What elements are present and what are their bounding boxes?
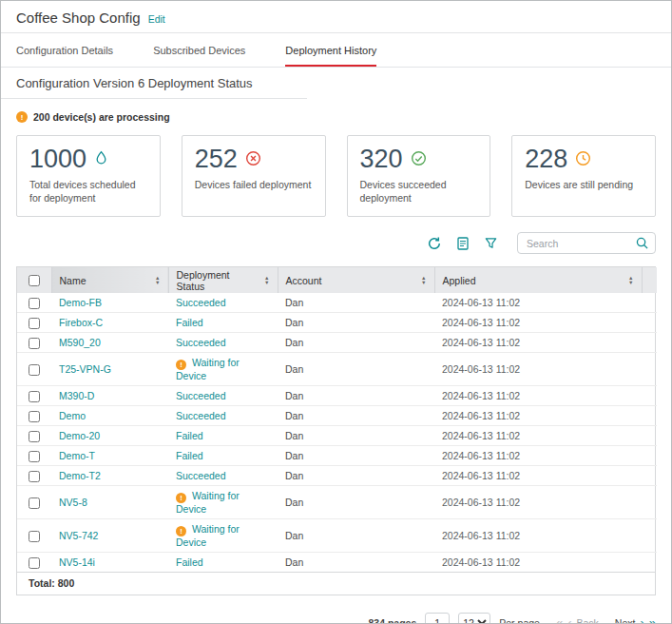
row-account: Dan xyxy=(278,333,434,353)
row-spacer xyxy=(642,553,657,573)
deployment-status-text: Failed xyxy=(176,430,203,441)
deployment-status-text: Succeeded xyxy=(176,337,226,348)
row-applied: 2024-06-13 11:02 xyxy=(434,313,642,333)
device-name-link[interactable]: M390-D xyxy=(59,390,94,401)
table-row: M390-D Succeeded Dan 2024-06-13 11:02 xyxy=(17,386,657,406)
sort-icon-status[interactable] xyxy=(259,276,269,284)
row-applied: 2024-06-13 11:02 xyxy=(434,406,642,426)
search-box xyxy=(517,232,656,254)
row-checkbox[interactable] xyxy=(29,557,40,569)
sort-icon-applied[interactable] xyxy=(623,276,633,284)
status-warning-icon xyxy=(176,493,186,503)
device-name-link[interactable]: NV5-742 xyxy=(59,530,98,541)
section-title-bar: Configuration Version 6 Deployment Statu… xyxy=(1,68,671,99)
table-row: Demo-FB Succeeded Dan 2024-06-13 11:02 xyxy=(17,293,657,313)
column-header-status: Deployment Status xyxy=(177,269,259,292)
device-name-link[interactable]: M590_20 xyxy=(59,337,101,348)
sort-icon-name[interactable] xyxy=(149,276,160,284)
tab-configuration-details[interactable]: Configuration Details xyxy=(16,45,113,67)
row-applied: 2024-06-13 11:02 xyxy=(434,553,642,573)
search-icon[interactable] xyxy=(635,236,649,250)
stat-card-pending: 228 Devices are still pending xyxy=(511,135,656,217)
page-title: Coffee Shop Config xyxy=(16,10,141,26)
first-page-icon[interactable]: « xyxy=(556,616,563,624)
table-header-row: Name Deployment Status Account Applied xyxy=(17,267,657,293)
row-applied: 2024-06-13 11:02 xyxy=(434,293,642,313)
row-account: Dan xyxy=(278,486,434,519)
prev-page-icon[interactable]: ‹ xyxy=(567,616,571,624)
stat-value-pending: 228 xyxy=(525,146,567,174)
row-account: Dan xyxy=(278,553,434,573)
next-page-button[interactable]: Next xyxy=(615,617,636,624)
status-warning-icon xyxy=(176,360,186,370)
table-row: NV5-14i Failed Dan 2024-06-13 11:02 xyxy=(17,553,657,573)
status-warning-icon xyxy=(176,526,186,536)
device-name-link[interactable]: Demo xyxy=(59,410,86,421)
export-csv-icon[interactable] xyxy=(455,236,470,251)
row-checkbox[interactable] xyxy=(29,391,40,402)
row-account: Dan xyxy=(278,519,434,553)
refresh-icon[interactable] xyxy=(427,236,442,251)
deployment-status-text: Waiting for Device xyxy=(176,523,240,548)
deployment-status-text: Succeeded xyxy=(176,297,226,308)
tab-subscribed-devices[interactable]: Subscribed Devices xyxy=(153,45,245,67)
spacer-column xyxy=(642,267,657,293)
page-number-input[interactable] xyxy=(425,613,450,624)
device-name-link[interactable]: Firebox-C xyxy=(59,317,103,328)
next-page-icon[interactable]: › xyxy=(640,616,643,624)
total-count: Total: 800 xyxy=(17,572,655,595)
pending-clock-icon xyxy=(575,150,591,166)
stat-label-pending: Devices are still pending xyxy=(525,178,643,191)
row-checkbox[interactable] xyxy=(29,431,40,442)
deployment-status-text: Failed xyxy=(176,317,203,328)
edit-link[interactable]: Edit xyxy=(148,13,165,25)
row-checkbox[interactable] xyxy=(29,318,40,329)
row-account: Dan xyxy=(278,466,434,486)
last-page-icon[interactable]: » xyxy=(649,616,656,624)
deployment-status-text: Waiting for Device xyxy=(176,490,240,515)
devices-table: Name Deployment Status Account Applied D… xyxy=(16,266,656,595)
row-spacer xyxy=(642,333,657,353)
device-name-link[interactable]: Demo-FB xyxy=(59,297,102,308)
pages-count: 834 pages xyxy=(368,617,416,624)
prev-page-button[interactable]: Back xyxy=(576,617,598,624)
row-checkbox[interactable] xyxy=(29,531,40,542)
row-applied: 2024-06-13 11:02 xyxy=(434,333,642,353)
row-checkbox[interactable] xyxy=(29,338,40,349)
row-applied: 2024-06-13 11:02 xyxy=(434,426,642,446)
filter-icon[interactable] xyxy=(484,236,498,250)
sort-icon-account[interactable] xyxy=(415,276,426,284)
table-row: T25-VPN-G Waiting for Device Dan 2024-06… xyxy=(17,353,657,386)
row-account: Dan xyxy=(278,406,434,426)
row-checkbox[interactable] xyxy=(29,451,40,462)
row-checkbox[interactable] xyxy=(29,298,40,309)
stat-label-succeeded: Devices succeeded deployment xyxy=(360,178,478,205)
table-row: Firebox-C Failed Dan 2024-06-13 11:02 xyxy=(17,313,657,333)
row-checkbox[interactable] xyxy=(29,471,40,482)
row-account: Dan xyxy=(278,446,434,466)
tab-deployment-history[interactable]: Deployment History xyxy=(285,45,376,67)
select-all-checkbox[interactable] xyxy=(29,275,40,286)
deployment-status-text: Failed xyxy=(176,556,203,568)
per-page-select[interactable]: 12 xyxy=(458,613,490,624)
pagination: 834 pages 12 Per page « ‹ Back Next › » xyxy=(16,613,656,624)
row-account: Dan xyxy=(278,426,434,446)
row-checkbox[interactable] xyxy=(29,497,40,509)
device-name-link[interactable]: Demo-T2 xyxy=(59,470,101,481)
row-spacer xyxy=(642,293,657,313)
deployment-status-text: Succeeded xyxy=(176,470,226,481)
row-applied: 2024-06-13 11:02 xyxy=(434,519,642,553)
device-name-link[interactable]: T25-VPN-G xyxy=(59,363,111,375)
device-name-link[interactable]: NV5-8 xyxy=(59,497,87,508)
device-name-link[interactable]: Demo-T xyxy=(59,450,95,461)
row-checkbox[interactable] xyxy=(29,411,40,422)
table-row: Demo-20 Failed Dan 2024-06-13 11:02 xyxy=(17,426,657,446)
row-checkbox[interactable] xyxy=(29,364,40,376)
section-title: Configuration Version 6 Deployment Statu… xyxy=(16,76,292,90)
processing-notice: 200 device(s) are processing xyxy=(16,111,656,123)
device-name-link[interactable]: Demo-20 xyxy=(59,430,100,441)
stat-label-failed: Devices failed deployment xyxy=(195,178,313,191)
stat-label-total: Total devices scheduled for deployment xyxy=(29,178,147,205)
stat-value-succeeded: 320 xyxy=(360,146,403,174)
device-name-link[interactable]: NV5-14i xyxy=(59,556,95,568)
